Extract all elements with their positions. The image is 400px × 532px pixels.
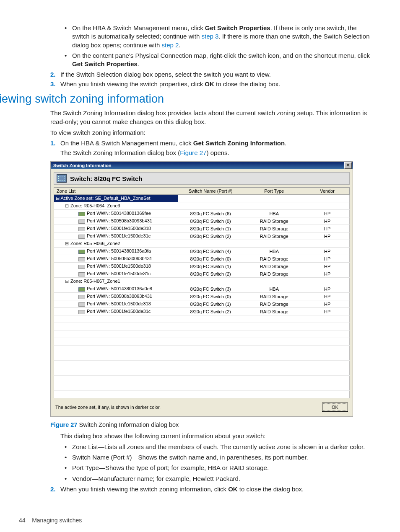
step-1: 1. On the HBA & Switch Management menu, …	[50, 139, 375, 156]
table-row[interactable]	[54, 383, 350, 391]
switch-zoning-dialog: Switch Zoning Information × Switch: 8/20…	[50, 161, 353, 417]
zone-table: Zone List Switch Name (Port #) Port Type…	[54, 187, 350, 398]
table-row[interactable]: Port WWN: 50001fe1500de31c8/20q FC Switc…	[54, 308, 350, 315]
intro-bullet-1: On the HBA & Switch Management menu, cli…	[72, 24, 375, 49]
intro-bullet-2: On the content pane's Physical Connectio…	[72, 52, 375, 69]
table-row[interactable]: Port WWN: 500143800136a0fa8/20q FC Switc…	[54, 248, 350, 255]
table-row[interactable]: Port WWN: 50001fe1500de3188/20q FC Switc…	[54, 300, 350, 308]
table-row[interactable]	[54, 315, 350, 323]
intro-step-2: 2.If the Switch Selection dialog box ope…	[50, 71, 375, 78]
page-footer: 44 Managing switches	[19, 517, 82, 524]
col-switch-name[interactable]: Switch Name (Port #)	[178, 188, 243, 195]
dialog-note: The active zone set, if any, is shown in…	[55, 405, 322, 410]
dialog-title: Switch Zoning Information	[53, 163, 112, 168]
table-row[interactable]: Port WWN: 5001438001369fee8/20q FC Switc…	[54, 210, 350, 217]
table-row[interactable]: Zone: R05-H067_Zone1	[54, 278, 350, 285]
table-row[interactable]: Port WWN: 500143800136a0e88/20q FC Switc…	[54, 285, 350, 293]
switch-header: Switch: 8/20q FC Switch	[54, 172, 350, 185]
ok-button[interactable]: OK	[322, 403, 348, 412]
intro-step-3: 3.When you finish viewing the switch pro…	[50, 80, 375, 88]
list-item: Zone List—Lists all zones and the member…	[72, 443, 375, 451]
table-row[interactable]	[54, 368, 350, 376]
body-para-2: To view switch zoning information:	[50, 129, 375, 137]
table-row[interactable]	[54, 361, 350, 368]
col-vendor[interactable]: Vendor	[305, 188, 350, 195]
step-2: 2. When you finish viewing the switch zo…	[50, 486, 375, 493]
section-heading: Viewing switch zoning information	[0, 93, 375, 106]
table-row[interactable]	[54, 353, 350, 361]
table-row[interactable]: Port WWN: 500508b30093b4318/20q FC Switc…	[54, 255, 350, 263]
table-row[interactable]: Port WWN: 50001fe1500de3188/20q FC Switc…	[54, 263, 350, 270]
table-row[interactable]	[54, 346, 350, 353]
col-zone-list[interactable]: Zone List	[54, 188, 178, 195]
table-row[interactable]	[54, 331, 350, 338]
table-row[interactable]: Zone: R05-H066_Zone2	[54, 240, 350, 248]
table-row[interactable]: Port WWN: 500508b30093b4318/20q FC Switc…	[54, 217, 350, 225]
after-para: This dialog box shows the following curr…	[60, 432, 375, 440]
figure-caption: Figure 27 Switch Zoning Information dial…	[50, 421, 375, 429]
intro-bullet-list: On the HBA & Switch Management menu, cli…	[60, 24, 375, 68]
link-step3[interactable]: step 3	[201, 33, 218, 40]
table-row[interactable]: Port WWN: 50001fe1500de3188/20q FC Switc…	[54, 225, 350, 232]
dialog-titlebar: Switch Zoning Information ×	[51, 162, 353, 169]
table-row[interactable]	[54, 376, 350, 383]
switch-icon	[57, 174, 67, 183]
table-row[interactable]: Port WWN: 500508b30093b4318/20q FC Switc…	[54, 293, 350, 300]
list-item: Port Type—Shows the type of port; for ex…	[72, 464, 375, 472]
link-step2[interactable]: step 2	[161, 41, 179, 49]
table-row[interactable]	[54, 323, 350, 331]
table-row[interactable]	[54, 391, 350, 398]
link-figure-27[interactable]: Figure 27	[180, 149, 206, 156]
table-row[interactable]	[54, 338, 350, 346]
switch-label: Switch: 8/20q FC Switch	[70, 175, 143, 182]
table-row[interactable]: Port WWN: 50001fe1500de31c8/20q FC Switc…	[54, 270, 350, 278]
list-item: Switch Name (Port #)—Shows the switch na…	[72, 453, 375, 462]
col-port-type[interactable]: Port Type	[243, 188, 305, 195]
body-para-1: The Switch Zoning Information dialog box…	[50, 109, 375, 126]
table-row[interactable]: Active Zone set: SE_Default_HBA_ZoneSet	[54, 195, 350, 202]
close-icon[interactable]: ×	[344, 162, 352, 169]
after-bullets: Zone List—Lists all zones and the member…	[60, 443, 375, 483]
table-row[interactable]: Zone: R05-H064_Zone3	[54, 202, 350, 210]
list-item: Vendor—Manufacturer name; for example, H…	[72, 475, 375, 483]
table-row[interactable]: Port WWN: 50001fe1500de31c8/20q FC Switc…	[54, 232, 350, 240]
